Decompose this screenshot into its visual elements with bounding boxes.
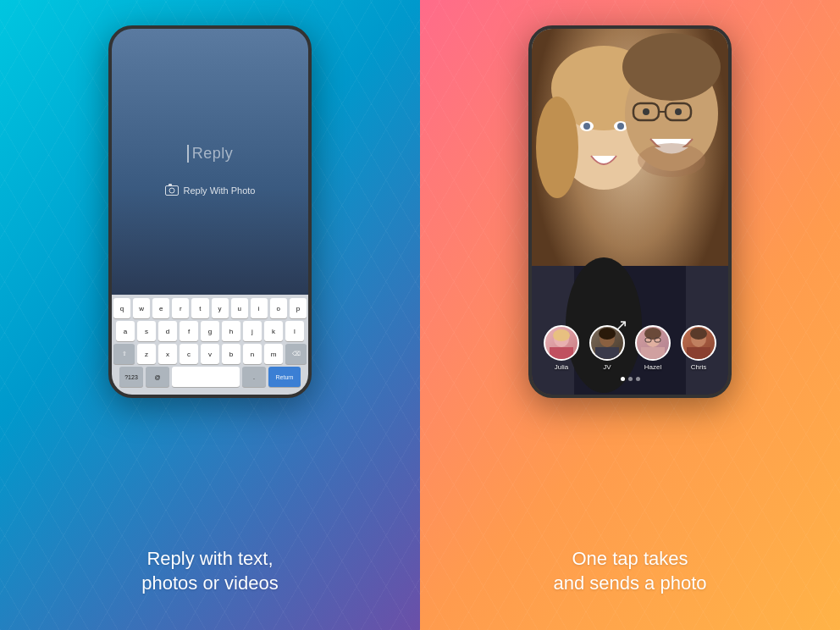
keyboard-row-2: a s d f g h j k l: [113, 321, 307, 341]
right-panel: Julia JV: [420, 0, 840, 630]
contacts-strip: Julia JV: [532, 325, 728, 371]
svg-point-7: [617, 123, 624, 130]
svg-point-14: [675, 108, 682, 115]
svg-rect-21: [550, 347, 573, 359]
key-m[interactable]: m: [264, 344, 283, 364]
svg-point-23: [599, 328, 616, 340]
selfie-photo: Julia JV: [532, 29, 728, 395]
contact-jv-name: JV: [603, 363, 611, 371]
key-return[interactable]: Return: [268, 367, 301, 387]
camera-icon: [165, 185, 179, 196]
key-i[interactable]: i: [251, 298, 268, 318]
pagination-dots: [532, 377, 728, 381]
key-l[interactable]: l: [285, 321, 304, 341]
avatar-julia: [544, 325, 579, 361]
key-k[interactable]: k: [264, 321, 283, 341]
dot-2: [628, 377, 633, 381]
key-v[interactable]: v: [201, 344, 219, 364]
svg-point-9: [622, 33, 721, 101]
key-sym[interactable]: ?123: [119, 367, 143, 387]
left-panel: Reply Reply With Photo q w e r t y u: [0, 0, 420, 630]
key-backspace[interactable]: ⌫: [285, 344, 307, 364]
key-t[interactable]: t: [191, 298, 208, 318]
keyboard[interactable]: q w e r t y u i o p a s d f g: [112, 295, 308, 395]
key-p[interactable]: p: [290, 298, 307, 318]
contact-julia[interactable]: Julia: [544, 325, 579, 371]
left-caption: Reply with text,photos or videos: [124, 546, 295, 596]
reply-screen-area: Reply Reply With Photo: [112, 29, 308, 295]
key-w[interactable]: w: [133, 298, 150, 318]
avatar-chris: [681, 325, 716, 361]
key-u[interactable]: u: [231, 298, 248, 318]
svg-rect-29: [641, 347, 665, 359]
right-caption: One tap takesand sends a photo: [536, 546, 723, 596]
svg-point-20: [553, 329, 570, 341]
key-d[interactable]: d: [158, 321, 177, 341]
key-q[interactable]: q: [113, 298, 130, 318]
keyboard-row-3: ⇧ z x c v b n m ⌫: [113, 344, 307, 364]
right-phone-screen: Julia JV: [532, 29, 728, 395]
key-r[interactable]: r: [172, 298, 189, 318]
key-shift[interactable]: ⇧: [113, 344, 135, 364]
keyboard-row-4: ?123 @ . Return: [113, 367, 307, 387]
svg-point-31: [690, 328, 707, 340]
svg-point-15: [638, 143, 705, 177]
keyboard-row-1: q w e r t y u i o p: [113, 298, 307, 318]
contact-chris[interactable]: Chris: [681, 325, 716, 371]
contact-julia-name: Julia: [555, 363, 568, 371]
key-at[interactable]: @: [146, 367, 169, 387]
svg-point-6: [583, 123, 590, 130]
key-y[interactable]: y: [212, 298, 229, 318]
right-phone-frame: Julia JV: [528, 25, 732, 398]
arrow-indicator: ↗: [614, 315, 628, 335]
avatar-hazel: [635, 325, 671, 361]
reply-with-photo-label: Reply With Photo: [184, 185, 256, 196]
svg-rect-24: [595, 347, 619, 359]
left-phone-screen: Reply Reply With Photo q w e r t y u: [112, 29, 308, 395]
key-z[interactable]: z: [137, 344, 156, 364]
key-c[interactable]: c: [180, 344, 198, 364]
key-j[interactable]: j: [243, 321, 262, 341]
key-space[interactable]: [172, 367, 240, 387]
contact-hazel[interactable]: Hazel: [635, 325, 671, 371]
dot-1: [621, 377, 625, 381]
key-e[interactable]: e: [152, 298, 169, 318]
reply-text-area[interactable]: Reply: [122, 128, 299, 179]
svg-point-3: [536, 97, 578, 198]
contact-chris-name: Chris: [691, 363, 707, 371]
left-phone-frame: Reply Reply With Photo q w e r t y u: [108, 25, 312, 398]
key-g[interactable]: g: [201, 321, 219, 341]
svg-rect-32: [687, 347, 710, 359]
dot-3: [636, 377, 640, 381]
key-a[interactable]: a: [116, 321, 135, 341]
reply-with-photo-button[interactable]: Reply With Photo: [165, 185, 256, 196]
contact-hazel-name: Hazel: [644, 363, 661, 371]
key-o[interactable]: o: [270, 298, 287, 318]
svg-point-13: [643, 108, 649, 115]
key-b[interactable]: b: [222, 344, 240, 364]
key-n[interactable]: n: [243, 344, 262, 364]
key-f[interactable]: f: [180, 321, 198, 341]
key-x[interactable]: x: [158, 344, 177, 364]
key-s[interactable]: s: [137, 321, 156, 341]
reply-placeholder: Reply: [187, 145, 234, 163]
key-h[interactable]: h: [222, 321, 240, 341]
key-period[interactable]: .: [242, 367, 266, 387]
